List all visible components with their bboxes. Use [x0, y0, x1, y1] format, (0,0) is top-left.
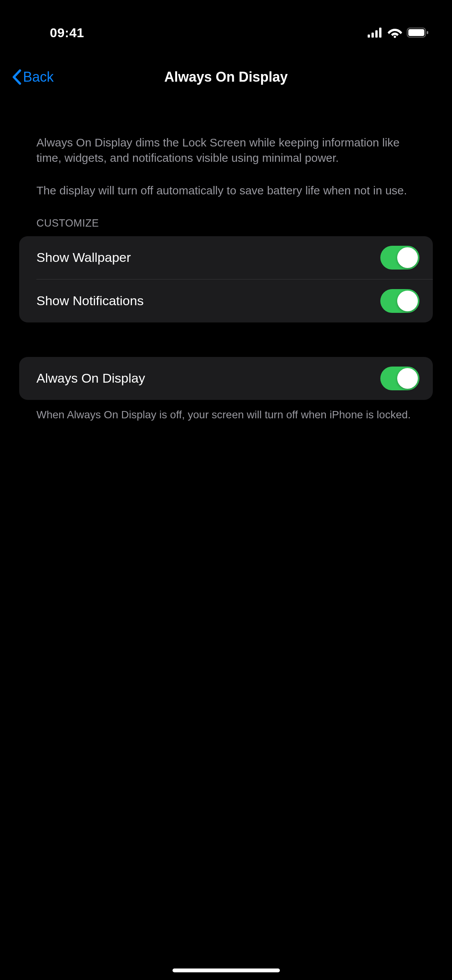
always-on-display-toggle[interactable] [380, 367, 419, 390]
wifi-icon [388, 27, 402, 38]
status-icons [368, 27, 429, 38]
always-on-display-row: Always On Display [19, 357, 433, 400]
always-on-display-label: Always On Display [36, 371, 145, 386]
svg-rect-1 [371, 33, 374, 38]
navigation-bar: Back Always On Display [0, 50, 452, 97]
svg-rect-6 [408, 29, 424, 36]
status-bar: 09:41 [0, 0, 452, 50]
chevron-left-icon [12, 69, 21, 85]
svg-point-4 [394, 36, 396, 38]
status-time: 09:41 [50, 25, 84, 40]
svg-rect-7 [427, 31, 428, 34]
always-on-display-group: Always On Display [19, 357, 433, 400]
battery-icon [407, 27, 429, 38]
show-wallpaper-row: Show Wallpaper [19, 236, 433, 279]
footer-text: When Always On Display is off, your scre… [19, 400, 433, 422]
svg-rect-3 [379, 28, 381, 38]
show-wallpaper-label: Show Wallpaper [36, 250, 131, 265]
customize-section-header: CUSTOMIZE [19, 217, 433, 229]
toggle-knob [397, 291, 418, 311]
page-title: Always On Display [164, 69, 288, 85]
svg-rect-2 [375, 30, 378, 38]
home-indicator[interactable] [173, 968, 280, 972]
show-notifications-label: Show Notifications [36, 293, 144, 308]
back-label: Back [23, 69, 54, 85]
toggle-knob [397, 368, 418, 389]
show-notifications-toggle[interactable] [380, 289, 419, 313]
content: Always On Display dims the Lock Screen w… [0, 97, 452, 422]
customize-group: Show Wallpaper Show Notifications [19, 236, 433, 322]
cellular-signal-icon [368, 28, 383, 38]
toggle-knob [397, 247, 418, 268]
show-notifications-row: Show Notifications [19, 280, 433, 322]
description-paragraph-2: The display will turn off automatically … [19, 183, 433, 198]
back-button[interactable]: Back [12, 69, 54, 85]
svg-rect-0 [368, 35, 370, 38]
show-wallpaper-toggle[interactable] [380, 246, 419, 270]
description-paragraph-1: Always On Display dims the Lock Screen w… [19, 135, 433, 166]
